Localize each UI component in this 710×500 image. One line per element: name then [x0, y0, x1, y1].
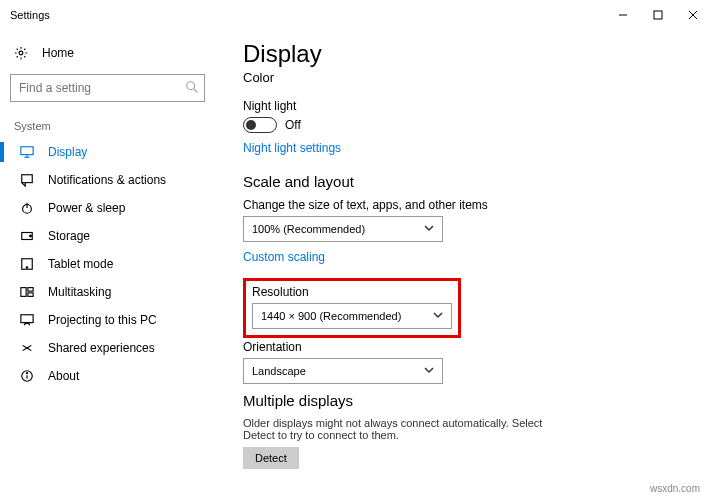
section-label: System: [14, 120, 215, 132]
page-title: Display: [243, 40, 710, 68]
svg-rect-18: [28, 288, 33, 292]
night-light-toggle-row: Off: [243, 117, 710, 133]
nav-list: Display Notifications & actions Power & …: [10, 138, 215, 390]
nav-label: Tablet mode: [48, 257, 113, 271]
main-panel: Display Color Night light Off Night ligh…: [215, 30, 710, 500]
svg-rect-20: [21, 315, 33, 323]
nav-about[interactable]: About: [10, 362, 215, 390]
nav-tablet[interactable]: Tablet mode: [10, 250, 215, 278]
svg-point-23: [26, 373, 27, 374]
projecting-icon: [20, 313, 34, 327]
resolution-label: Resolution: [252, 285, 452, 299]
window-controls: [605, 0, 710, 30]
sidebar: Home System Display Notifications & acti…: [0, 30, 215, 500]
window-title: Settings: [10, 9, 50, 21]
orientation-value: Landscape: [252, 365, 306, 377]
orientation-label: Orientation: [243, 340, 710, 354]
night-light-label: Night light: [243, 99, 710, 113]
svg-rect-1: [654, 11, 662, 19]
gear-icon: [14, 46, 28, 60]
home-label: Home: [42, 46, 74, 60]
nav-label: About: [48, 369, 79, 383]
svg-point-14: [30, 235, 32, 237]
titlebar: Settings: [0, 0, 710, 30]
multitasking-icon: [20, 285, 34, 299]
tablet-icon: [20, 257, 34, 271]
nav-display[interactable]: Display: [10, 138, 215, 166]
multiple-desc: Older displays might not always connect …: [243, 417, 573, 441]
scale-header: Scale and layout: [243, 173, 710, 190]
nav-power[interactable]: Power & sleep: [10, 194, 215, 222]
svg-point-5: [187, 82, 195, 90]
nav-notifications[interactable]: Notifications & actions: [10, 166, 215, 194]
search-icon: [185, 80, 199, 97]
chevron-down-icon: [424, 365, 434, 377]
resolution-highlight: Resolution 1440 × 900 (Recommended): [243, 278, 461, 338]
search-wrap: [10, 74, 205, 102]
nav-storage[interactable]: Storage: [10, 222, 215, 250]
svg-rect-7: [21, 147, 33, 155]
close-button[interactable]: [675, 0, 710, 30]
minimize-button[interactable]: [605, 0, 640, 30]
nav-label: Display: [48, 145, 87, 159]
custom-scaling-link[interactable]: Custom scaling: [243, 250, 325, 264]
scale-value: 100% (Recommended): [252, 223, 365, 235]
svg-rect-10: [22, 175, 33, 183]
nav-projecting[interactable]: Projecting to this PC: [10, 306, 215, 334]
notifications-icon: [20, 173, 34, 187]
night-light-toggle[interactable]: [243, 117, 277, 133]
storage-icon: [20, 229, 34, 243]
multiple-header: Multiple displays: [243, 392, 710, 409]
resolution-dropdown[interactable]: 1440 × 900 (Recommended): [252, 303, 452, 329]
detect-button[interactable]: Detect: [243, 447, 299, 469]
home-button[interactable]: Home: [10, 40, 215, 74]
svg-line-6: [194, 89, 198, 93]
nav-label: Notifications & actions: [48, 173, 166, 187]
resolution-value: 1440 × 900 (Recommended): [261, 310, 401, 322]
search-input[interactable]: [10, 74, 205, 102]
nav-multitasking[interactable]: Multitasking: [10, 278, 215, 306]
color-header: Color: [243, 70, 710, 85]
svg-point-4: [19, 51, 23, 55]
svg-point-16: [26, 267, 27, 268]
nav-label: Shared experiences: [48, 341, 155, 355]
scale-dropdown[interactable]: 100% (Recommended): [243, 216, 443, 242]
svg-rect-19: [28, 293, 33, 297]
night-light-settings-link[interactable]: Night light settings: [243, 141, 341, 155]
power-icon: [20, 201, 34, 215]
shared-icon: [20, 341, 34, 355]
chevron-down-icon: [424, 223, 434, 235]
nav-label: Multitasking: [48, 285, 111, 299]
scale-desc: Change the size of text, apps, and other…: [243, 198, 710, 212]
night-light-state: Off: [285, 118, 301, 132]
orientation-dropdown[interactable]: Landscape: [243, 358, 443, 384]
chevron-down-icon: [433, 310, 443, 322]
about-icon: [20, 369, 34, 383]
svg-rect-17: [21, 288, 26, 297]
maximize-button[interactable]: [640, 0, 675, 30]
nav-label: Power & sleep: [48, 201, 125, 215]
nav-label: Projecting to this PC: [48, 313, 157, 327]
nav-shared[interactable]: Shared experiences: [10, 334, 215, 362]
display-icon: [20, 145, 34, 159]
watermark: wsxdn.com: [650, 483, 700, 494]
nav-label: Storage: [48, 229, 90, 243]
